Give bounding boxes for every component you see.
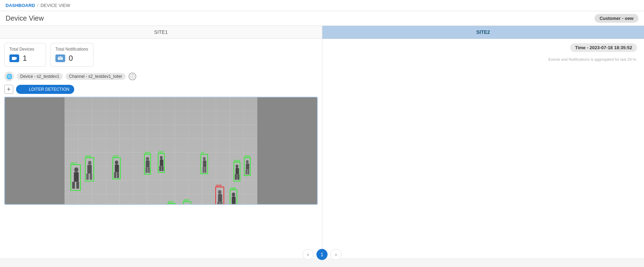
svg-rect-37: [145, 167, 147, 173]
svg-text:2901: 2901: [244, 155, 251, 158]
svg-rect-12: [74, 172, 79, 182]
svg-rect-48: [203, 161, 206, 167]
svg-rect-25: [114, 172, 116, 178]
aggregation-note: Events and Notifications is aggregated f…: [549, 57, 637, 61]
info-icon[interactable]: ⓘ: [129, 73, 136, 80]
svg-rect-74: [234, 204, 236, 204]
breadcrumb-current: DEVICE VIEW: [40, 3, 70, 8]
total-devices-label: Total Devices: [9, 47, 41, 52]
page-header: Device View Customer - oew: [0, 11, 644, 26]
stats-row: Total Devices 1 Total Notifications: [0, 39, 322, 69]
total-notifications-value: 0: [69, 54, 73, 63]
svg-point-71: [232, 192, 235, 196]
notification-icon: [55, 54, 65, 62]
main-content: SITE1 Total Devices 1 Total Notification…: [0, 26, 644, 258]
loiter-detection-button[interactable]: 👤 LOITER DETECTION: [16, 85, 74, 94]
total-devices-value: 1: [23, 54, 27, 63]
svg-text:2895: 2895: [183, 199, 190, 202]
svg-rect-72: [232, 196, 236, 204]
pagination-next[interactable]: ›: [330, 249, 342, 258]
svg-rect-43: [159, 166, 161, 171]
svg-rect-24: [115, 164, 119, 172]
svg-text:2881: 2881: [230, 187, 236, 190]
svg-rect-66: [246, 164, 250, 170]
svg-marker-1: [16, 57, 17, 60]
channel-actions: + 👤 LOITER DETECTION: [0, 83, 322, 97]
svg-point-65: [246, 160, 249, 164]
svg-text:2867: 2867: [158, 150, 164, 154]
svg-point-53: [218, 190, 222, 194]
breadcrumb-dashboard[interactable]: DASHBOARD: [6, 3, 35, 8]
svg-rect-19: [86, 173, 89, 180]
svg-rect-60: [236, 168, 239, 174]
svg-text:2873: 2873: [168, 200, 174, 203]
svg-rect-68: [247, 169, 249, 175]
svg-text:2847: 2847: [113, 155, 119, 158]
camera-feed: 2872 2894 2847: [4, 97, 318, 205]
channel-tag: Channel - s2_testdev1_loiter: [66, 73, 126, 80]
svg-rect-67: [246, 169, 247, 175]
pagination-page-1[interactable]: 1: [316, 249, 328, 258]
pagination: ‹ 1 ›: [302, 249, 342, 258]
time-value: 2023-07-18 18:35:52: [590, 45, 632, 50]
total-notifications-label: Total Notifications: [55, 47, 88, 52]
svg-text:2869: 2869: [234, 159, 240, 162]
svg-text:2872: 2872: [71, 162, 77, 165]
svg-point-59: [236, 164, 238, 168]
svg-point-23: [115, 161, 118, 165]
svg-rect-55: [217, 202, 220, 204]
svg-text:33: 33: [201, 151, 204, 154]
svg-rect-42: [160, 160, 163, 166]
svg-point-11: [74, 167, 78, 172]
camera-icon: [9, 54, 19, 62]
svg-rect-20: [90, 173, 92, 180]
svg-rect-54: [218, 194, 222, 202]
total-notifications-card: Total Notifications 0: [50, 43, 93, 67]
svg-point-41: [160, 156, 163, 160]
page-title: Device View: [6, 14, 44, 22]
svg-text:2894: 2894: [85, 155, 92, 158]
site1-panel: SITE1 Total Devices 1 Total Notification…: [0, 26, 322, 258]
device-tag: Device - s2_testdev1: [17, 73, 63, 80]
breadcrumb-bar: DASHBOARD / DEVICE VIEW: [0, 0, 644, 11]
svg-rect-73: [231, 204, 233, 204]
svg-rect-61: [235, 174, 237, 180]
site2-tab[interactable]: SITE2: [322, 26, 644, 39]
svg-rect-14: [76, 182, 79, 189]
svg-rect-36: [146, 161, 150, 168]
svg-rect-49: [202, 167, 204, 173]
svg-rect-13: [72, 182, 75, 189]
svg-rect-0: [12, 57, 16, 60]
site2-panel: SITE2 Time - 2023-07-18 18:35:52 Events …: [322, 26, 644, 258]
globe-icon: 🌐: [4, 72, 14, 81]
device-channel-row: 🌐 Device - s2_testdev1 Channel - s2_test…: [0, 69, 322, 83]
svg-point-17: [88, 161, 91, 165]
customer-name: oew: [625, 16, 634, 21]
svg-text:2804: 2804: [144, 151, 151, 154]
person-icon: 👤: [21, 87, 27, 92]
svg-point-35: [146, 157, 149, 161]
svg-rect-50: [205, 167, 206, 173]
svg-rect-38: [148, 167, 150, 173]
svg-point-47: [203, 157, 206, 161]
time-display: Time - 2023-07-18 18:35:52: [570, 43, 637, 52]
svg-rect-62: [237, 174, 239, 180]
customer-badge: Customer - oew: [595, 14, 638, 23]
svg-text:2809: 2809: [216, 184, 222, 187]
svg-rect-56: [220, 202, 223, 204]
svg-rect-26: [117, 172, 119, 178]
breadcrumb-separator: /: [37, 3, 39, 8]
site1-tab[interactable]: SITE1: [0, 26, 322, 39]
svg-rect-44: [162, 166, 164, 171]
svg-rect-18: [87, 165, 92, 173]
pagination-prev[interactable]: ‹: [302, 249, 314, 258]
total-devices-card: Total Devices 1: [4, 43, 46, 67]
add-button[interactable]: +: [4, 85, 13, 94]
